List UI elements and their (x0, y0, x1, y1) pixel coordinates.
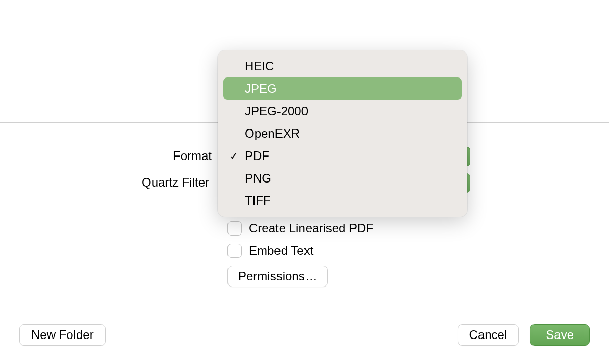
format-dropdown-menu[interactable]: HEICJPEGJPEG-2000OpenEXR✓PDFPNGTIFF (218, 50, 467, 217)
create-linearised-pdf-checkbox[interactable] (227, 221, 242, 236)
format-option-pdf[interactable]: ✓PDF (223, 145, 462, 167)
checkmark-icon: ✓ (230, 150, 238, 162)
format-option-jpeg[interactable]: JPEG (223, 77, 462, 100)
format-option-label: OpenEXR (245, 126, 300, 141)
embed-text-row: Embed Text (227, 244, 313, 258)
format-option-label: TIFF (245, 194, 271, 208)
format-option-tiff[interactable]: TIFF (223, 190, 462, 212)
cancel-button-label: Cancel (469, 328, 508, 342)
new-folder-button-label: New Folder (31, 328, 94, 342)
format-option-png[interactable]: PNG (223, 167, 462, 190)
create-linearised-pdf-label: Create Linearised PDF (249, 221, 373, 236)
create-linearised-pdf-row: Create Linearised PDF (227, 221, 373, 236)
format-option-label: HEIC (245, 59, 274, 73)
new-folder-button[interactable]: New Folder (19, 324, 106, 346)
format-option-label: PDF (245, 149, 269, 163)
permissions-button[interactable]: Permissions… (227, 266, 328, 287)
format-option-label: PNG (245, 171, 271, 186)
quartz-filter-label: Quartz Filter (142, 175, 209, 190)
format-option-jpeg-2000[interactable]: JPEG-2000 (223, 100, 462, 122)
format-option-heic[interactable]: HEIC (223, 55, 462, 77)
cancel-button[interactable]: Cancel (458, 324, 519, 346)
permissions-button-label: Permissions… (238, 269, 317, 283)
format-option-label: JPEG-2000 (245, 104, 308, 118)
embed-text-checkbox[interactable] (227, 244, 242, 258)
embed-text-label: Embed Text (249, 244, 313, 258)
format-option-openexr[interactable]: OpenEXR (223, 122, 462, 145)
save-button-label: Save (546, 328, 574, 342)
format-label: Format (173, 149, 212, 163)
format-option-label: JPEG (245, 82, 277, 96)
dialog-footer: New Folder Cancel Save (0, 306, 609, 364)
save-button[interactable]: Save (530, 324, 590, 346)
